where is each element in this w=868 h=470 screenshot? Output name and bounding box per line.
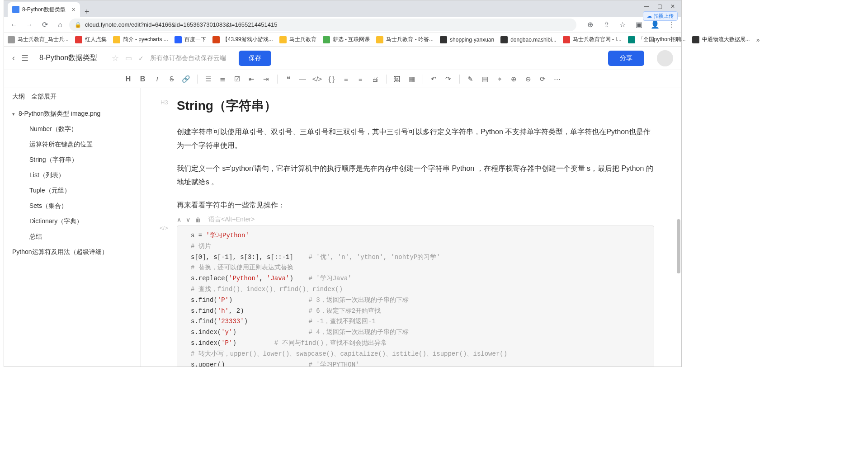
new-tab-button[interactable]: + xyxy=(80,7,94,17)
checklist-button[interactable]: ☑ xyxy=(231,73,244,85)
bookmark-label: 马士兵教育 - 吟答... xyxy=(386,36,434,43)
link-button[interactable]: 🔗 xyxy=(180,73,193,85)
outline-item[interactable]: List（列表） xyxy=(4,168,140,183)
outdent-button[interactable]: ⇤ xyxy=(245,73,258,85)
bookmark-favicon xyxy=(323,36,330,43)
bookmark-item[interactable]: 马士兵教育 - 吟答... xyxy=(376,36,434,43)
language-selector[interactable]: 语言<Alt+Enter> xyxy=(208,216,255,224)
reload-button[interactable]: ⟳ xyxy=(38,19,51,31)
forward-button[interactable]: → xyxy=(23,19,36,31)
outline-item[interactable]: Tuple（元组） xyxy=(4,183,140,198)
pen-button[interactable]: ✎ xyxy=(464,73,477,85)
indent-button[interactable]: ⇥ xyxy=(260,73,273,85)
code-block[interactable]: s = '学习Python' # 切片 s[0], s[-1], s[3:], … xyxy=(177,226,654,367)
bookmark-item[interactable]: 红人点集 xyxy=(75,36,107,43)
share-button[interactable]: 分享 xyxy=(608,51,644,66)
outline-label: Tuple（元组） xyxy=(29,187,71,195)
star-icon[interactable]: ☆ xyxy=(616,19,629,31)
share-icon[interactable]: ⇪ xyxy=(600,19,613,31)
bookmark-item[interactable]: shopping-yanxuan xyxy=(440,36,494,43)
bold-button[interactable]: B xyxy=(137,73,149,85)
bookmark-item[interactable]: 简介 - pyecharts ... xyxy=(113,36,168,43)
avatar[interactable] xyxy=(657,50,673,66)
code-block-button[interactable]: { } xyxy=(326,73,338,85)
favorite-icon[interactable]: ☆ xyxy=(112,53,119,63)
heading-button[interactable]: H xyxy=(122,73,135,85)
ordered-list-button[interactable]: ≣ xyxy=(217,73,229,85)
bookmark-item[interactable]: 【43.99游戏小游戏... xyxy=(212,36,273,43)
outline-item[interactable]: Dictionary（字典） xyxy=(4,214,140,229)
outline-item[interactable]: ▾8-Python数据类型 image.png xyxy=(4,106,140,122)
bookmark-item[interactable]: 百度一下 xyxy=(175,36,206,43)
move-up-icon[interactable]: ∧ xyxy=(177,216,181,223)
image-button[interactable]: 🖼 xyxy=(391,73,404,85)
expand-all-tab[interactable]: 全部展开 xyxy=(31,93,57,101)
bookmark-item[interactable]: 马士兵教育 xyxy=(279,36,316,43)
move-down-icon[interactable]: ∨ xyxy=(186,216,190,223)
window-close-icon[interactable]: ✕ xyxy=(670,3,675,9)
bookmark-favicon xyxy=(440,36,447,43)
align-right-button[interactable]: ≡ xyxy=(354,73,367,85)
url-box[interactable]: 🔒 cloud.fynote.com/edit?nid=64166&id=165… xyxy=(69,19,576,31)
tab-close-icon[interactable]: × xyxy=(72,6,75,13)
address-bar: ← → ⟳ ⌂ 🔒 cloud.fynote.com/edit?nid=6416… xyxy=(4,17,681,33)
zoom-in-button[interactable]: ⊕ xyxy=(508,73,520,85)
outline-item[interactable]: 总结 xyxy=(4,229,140,244)
folder-icon[interactable]: ▭ xyxy=(125,54,132,62)
code-inline-button[interactable]: </> xyxy=(311,73,324,85)
editor-content[interactable]: H3 String（字符串） 创建字符串可以使用单引号、双引号、三单引号和三双引… xyxy=(141,88,681,367)
bookmark-favicon xyxy=(279,36,287,43)
bookmark-item[interactable]: 中通物流大数据展... xyxy=(692,36,750,43)
bookmark-favicon xyxy=(8,36,15,43)
bookmark-label: 马士兵教育官网 - I... xyxy=(573,36,622,43)
strike-button[interactable]: S̶ xyxy=(165,73,178,85)
tab-favicon xyxy=(12,6,19,13)
outline-item[interactable]: Sets（集合） xyxy=(4,198,140,214)
back-button[interactable]: ← xyxy=(8,19,20,31)
bookmark-item[interactable]: dongbao.mashibi... xyxy=(500,36,556,43)
bookmark-item[interactable]: 「全国python招聘... xyxy=(628,36,686,43)
outline-item[interactable]: 运算符所在键盘的位置 xyxy=(4,137,140,152)
bullet-list-button[interactable]: ☰ xyxy=(202,73,215,85)
outline-item[interactable]: Number（数字） xyxy=(4,122,140,137)
save-button[interactable]: 保存 xyxy=(239,51,271,66)
home-button[interactable]: ⌂ xyxy=(54,19,66,31)
bookmark-label: 薪选 - 互联网课 xyxy=(333,36,370,43)
window-minimize-icon[interactable]: — xyxy=(644,3,649,9)
outline-label: Dictionary（字典） xyxy=(29,217,83,226)
bookmark-item[interactable]: 马士兵教育官网 - I... xyxy=(563,36,622,43)
bookmark-label: 马士兵教育_马士兵... xyxy=(18,36,69,43)
align-left-button[interactable]: ≡ xyxy=(340,73,353,85)
bookmark-overflow-icon[interactable]: » xyxy=(756,36,760,43)
more-button[interactable]: ⋯ xyxy=(551,73,564,85)
delete-icon[interactable]: 🗑 xyxy=(195,216,201,223)
hr-button[interactable]: — xyxy=(297,73,309,85)
hamburger-icon[interactable]: ☰ xyxy=(21,53,28,63)
browser-tab[interactable]: 8-Python数据类型 × xyxy=(8,2,80,17)
zoom-icon[interactable]: ⊕ xyxy=(584,19,596,31)
back-arrow-icon[interactable]: ‹ xyxy=(12,53,15,63)
scrollbar-thumb[interactable] xyxy=(677,219,680,273)
zoom-out-button[interactable]: ⊖ xyxy=(522,73,535,85)
undo-button[interactable]: ↶ xyxy=(428,73,440,85)
note-button[interactable]: ▤ xyxy=(479,73,491,85)
table-button[interactable]: ▦ xyxy=(406,73,418,85)
redo-button[interactable]: ↷ xyxy=(442,73,455,85)
upload-widget[interactable]: ☁ 拍照上传 xyxy=(643,11,678,21)
quote-button[interactable]: ❝ xyxy=(282,73,295,85)
outline-item[interactable]: String（字符串） xyxy=(4,152,140,168)
bookmark-item[interactable]: 薪选 - 互联网课 xyxy=(323,36,370,43)
outline-label: String（字符串） xyxy=(29,156,78,164)
locate-button[interactable]: ⌖ xyxy=(493,73,506,85)
code-wrapper: </> ∧ ∨ 🗑 语言<Alt+Enter> s = '学习Python' #… xyxy=(163,214,654,367)
outline-label: 8-Python数据类型 image.png xyxy=(19,110,100,118)
bookmark-item[interactable]: 马士兵教育_马士兵... xyxy=(8,36,69,43)
print-button[interactable]: 🖨 xyxy=(369,73,382,85)
refresh-button[interactable]: ⟳ xyxy=(537,73,549,85)
upload-label: 拍照上传 xyxy=(654,13,674,19)
italic-button[interactable]: I xyxy=(151,73,164,85)
outline-tab[interactable]: 大纲 xyxy=(12,93,25,101)
outline-item[interactable]: Python运算符及用法（超级详细） xyxy=(4,244,140,260)
bookmark-favicon xyxy=(563,36,570,43)
window-maximize-icon[interactable]: ▢ xyxy=(657,3,662,9)
